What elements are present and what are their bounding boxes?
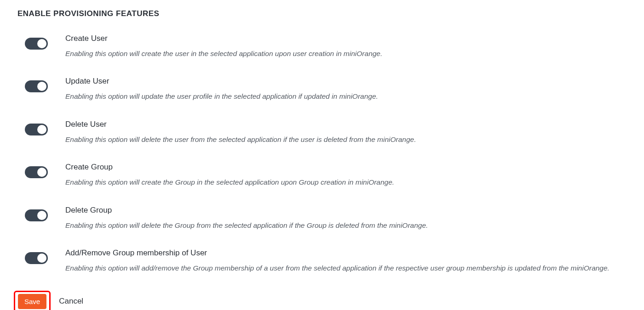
feature-label: Delete User bbox=[65, 119, 627, 130]
feature-desc: Enabling this option will create the Gro… bbox=[65, 177, 627, 187]
feature-label: Create Group bbox=[65, 162, 627, 173]
feature-row: Update User Enabling this option will up… bbox=[25, 76, 627, 101]
feature-desc: Enabling this option will update the use… bbox=[65, 91, 627, 101]
feature-row: Create User Enabling this option will cr… bbox=[25, 33, 627, 58]
feature-row: Add/Remove Group membership of User Enab… bbox=[25, 248, 627, 273]
feature-label: Update User bbox=[65, 76, 627, 87]
section-title: ENABLE PROVISIONING FEATURES bbox=[17, 9, 627, 18]
feature-text: Delete User Enabling this option will de… bbox=[65, 119, 627, 144]
toggle-delete-user[interactable] bbox=[25, 124, 48, 135]
feature-row: Delete User Enabling this option will de… bbox=[25, 119, 627, 144]
feature-text: Add/Remove Group membership of User Enab… bbox=[65, 248, 627, 273]
feature-text: Create User Enabling this option will cr… bbox=[65, 33, 627, 58]
feature-label: Create User bbox=[65, 33, 627, 44]
toggle-delete-group[interactable] bbox=[25, 209, 48, 221]
feature-desc: Enabling this option will create the use… bbox=[65, 49, 627, 59]
feature-row: Delete Group Enabling this option will d… bbox=[25, 205, 627, 230]
actions-bar: Save Cancel bbox=[17, 291, 627, 310]
feature-row: Create Group Enabling this option will c… bbox=[25, 162, 627, 187]
feature-text: Create Group Enabling this option will c… bbox=[65, 162, 627, 187]
toggle-update-user[interactable] bbox=[25, 80, 48, 92]
feature-text: Delete Group Enabling this option will d… bbox=[65, 205, 627, 230]
feature-desc: Enabling this option will delete the use… bbox=[65, 135, 627, 145]
feature-label: Delete Group bbox=[65, 205, 627, 216]
features-list: Create User Enabling this option will cr… bbox=[17, 33, 627, 273]
toggle-create-user[interactable] bbox=[25, 38, 48, 50]
feature-desc: Enabling this option will delete the Gro… bbox=[65, 220, 627, 231]
toggle-create-group[interactable] bbox=[25, 166, 48, 178]
cancel-button[interactable]: Cancel bbox=[59, 297, 83, 306]
feature-label: Add/Remove Group membership of User bbox=[65, 248, 627, 259]
feature-text: Update User Enabling this option will up… bbox=[65, 76, 627, 101]
toggle-group-membership[interactable] bbox=[25, 252, 48, 264]
feature-desc: Enabling this option will add/remove the… bbox=[65, 263, 627, 273]
save-highlight-box: Save bbox=[14, 291, 51, 310]
save-button[interactable]: Save bbox=[18, 294, 46, 309]
